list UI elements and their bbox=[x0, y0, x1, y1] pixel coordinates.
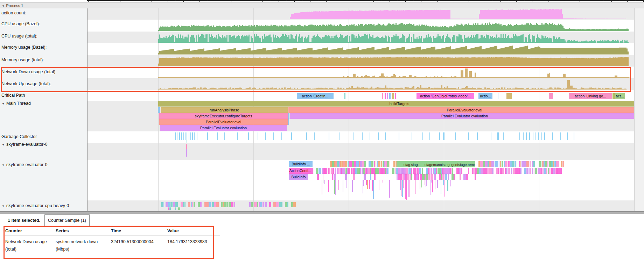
timeline-slice[interactable] bbox=[495, 161, 497, 167]
timeline-slice[interactable] bbox=[520, 168, 522, 174]
collapse-arrow-icon[interactable]: ▾ bbox=[0, 204, 6, 208]
gc-tick[interactable] bbox=[439, 132, 440, 140]
gc-tick[interactable] bbox=[194, 132, 195, 140]
timeline-slice[interactable] bbox=[515, 168, 517, 174]
timeline-slice[interactable] bbox=[411, 168, 412, 174]
evaluator-tick[interactable] bbox=[186, 144, 187, 149]
timeline-slice[interactable] bbox=[540, 168, 543, 174]
timeline-slice[interactable] bbox=[519, 161, 520, 167]
timeline-slice[interactable] bbox=[291, 202, 293, 207]
timeline-slice[interactable] bbox=[354, 161, 356, 167]
gc-tick[interactable] bbox=[258, 132, 258, 140]
gc-tick[interactable] bbox=[265, 132, 266, 140]
timeline-canvas[interactable]: action 'Creatin...action 'GenObjcProtos … bbox=[0, 0, 644, 211]
timeline-slice[interactable] bbox=[331, 168, 333, 174]
timeline-slice[interactable] bbox=[562, 161, 564, 167]
hanging-slice[interactable] bbox=[373, 180, 374, 199]
timeline-slice[interactable] bbox=[554, 161, 556, 167]
slice-bar[interactable]: Parallel Evaluator evaluation bbox=[290, 113, 639, 119]
gc-tick[interactable] bbox=[340, 132, 340, 140]
timeline-slice[interactable] bbox=[317, 174, 319, 180]
timeline-slice[interactable] bbox=[481, 168, 483, 174]
timeline-slice[interactable] bbox=[289, 202, 289, 207]
timeline-slice[interactable] bbox=[426, 174, 428, 180]
timeline-slice[interactable] bbox=[445, 174, 448, 180]
timeline-slice[interactable] bbox=[168, 207, 169, 210]
timeline-slice[interactable] bbox=[524, 161, 526, 167]
timeline-slice[interactable] bbox=[475, 168, 477, 174]
timeline-slice[interactable] bbox=[249, 202, 251, 207]
timeline-slice[interactable] bbox=[348, 161, 349, 167]
timeline-slice[interactable] bbox=[505, 168, 506, 174]
slice-bar[interactable]: action 'GenObjcProtos video/... bbox=[416, 93, 474, 99]
timeline-slice[interactable] bbox=[204, 202, 207, 207]
timeline-slice[interactable] bbox=[511, 168, 512, 174]
timeline-slice[interactable] bbox=[450, 168, 452, 174]
timeline-slice[interactable] bbox=[546, 168, 547, 174]
timeline-slice[interactable] bbox=[511, 161, 512, 167]
timeline-slice[interactable] bbox=[262, 202, 264, 207]
timeline-slice[interactable] bbox=[512, 161, 514, 167]
timeline-slice[interactable] bbox=[400, 168, 403, 174]
timeline-slice[interactable] bbox=[422, 174, 424, 180]
timeline-slice[interactable] bbox=[403, 168, 406, 174]
timeline-slice[interactable] bbox=[505, 161, 507, 167]
gc-tick[interactable] bbox=[477, 132, 478, 140]
timeline-slice[interactable] bbox=[355, 168, 357, 174]
timeline-slice[interactable] bbox=[485, 161, 487, 167]
timeline-slice[interactable] bbox=[430, 168, 432, 174]
timeline-slice[interactable] bbox=[280, 202, 282, 207]
slice-tick[interactable] bbox=[612, 93, 615, 99]
gc-tick[interactable] bbox=[560, 132, 561, 140]
timeline-slice[interactable] bbox=[549, 161, 551, 167]
timeline-slice[interactable] bbox=[285, 202, 287, 207]
timeline-slice[interactable] bbox=[342, 168, 345, 174]
timeline-slice[interactable] bbox=[513, 168, 515, 174]
timeline-slice[interactable] bbox=[488, 161, 489, 167]
hanging-slice[interactable] bbox=[363, 180, 364, 186]
timeline-slice[interactable] bbox=[378, 161, 380, 167]
timeline-slice[interactable] bbox=[452, 168, 453, 174]
timeline-slice[interactable] bbox=[442, 174, 444, 180]
timeline-slice[interactable] bbox=[488, 168, 489, 174]
gc-tick[interactable] bbox=[207, 132, 208, 140]
counter-chart-action-count[interactable] bbox=[87, 9, 634, 19]
timeline-slice[interactable] bbox=[369, 161, 370, 167]
timeline-slice[interactable] bbox=[522, 161, 524, 167]
gc-tick[interactable] bbox=[399, 132, 399, 140]
timeline-slice[interactable] bbox=[515, 161, 516, 167]
slice-bar[interactable]: skyframeExecutor.configureTargets bbox=[159, 113, 288, 119]
slice-bar[interactable]: runAnalysisPhase bbox=[161, 107, 288, 113]
timeline-slice[interactable] bbox=[387, 168, 388, 174]
evaluator-tick[interactable] bbox=[186, 149, 187, 157]
timeline-slice[interactable] bbox=[357, 168, 360, 174]
timeline-slice[interactable] bbox=[416, 168, 418, 174]
timeline-slice[interactable] bbox=[555, 168, 557, 174]
counter-chart-mem-bazel[interactable] bbox=[87, 44, 634, 54]
slice-bar[interactable]: actio... bbox=[478, 93, 492, 99]
timeline-slice[interactable] bbox=[370, 168, 371, 174]
timeline-slice[interactable] bbox=[477, 168, 479, 174]
gc-tick[interactable] bbox=[538, 132, 539, 140]
hanging-slice[interactable] bbox=[415, 180, 416, 194]
timeline-slice[interactable] bbox=[545, 161, 547, 167]
slice-bar[interactable]: BuildInfo bbox=[289, 174, 308, 180]
timeline-slice[interactable] bbox=[318, 168, 320, 174]
timeline-slice[interactable] bbox=[373, 168, 375, 174]
slice-tick[interactable] bbox=[392, 93, 394, 99]
slice-tick[interactable] bbox=[387, 93, 388, 99]
slice-bar[interactable]: action 'Linking go... bbox=[569, 93, 612, 99]
timeline-slice[interactable] bbox=[312, 168, 313, 174]
hanging-slice[interactable] bbox=[324, 180, 325, 184]
timeline-slice[interactable] bbox=[335, 168, 336, 174]
hanging-slice[interactable] bbox=[400, 180, 401, 190]
hanging-slice[interactable] bbox=[426, 180, 427, 186]
timeline-slice[interactable] bbox=[332, 161, 334, 167]
timeline-slice[interactable] bbox=[376, 161, 377, 167]
hanging-slice[interactable] bbox=[437, 180, 438, 188]
slice-bar[interactable]: act... bbox=[615, 93, 625, 99]
timeline-slice[interactable] bbox=[364, 174, 366, 180]
timeline-slice[interactable] bbox=[198, 202, 200, 207]
timeline-slice[interactable] bbox=[418, 168, 419, 174]
timeline-slice[interactable] bbox=[403, 174, 404, 180]
